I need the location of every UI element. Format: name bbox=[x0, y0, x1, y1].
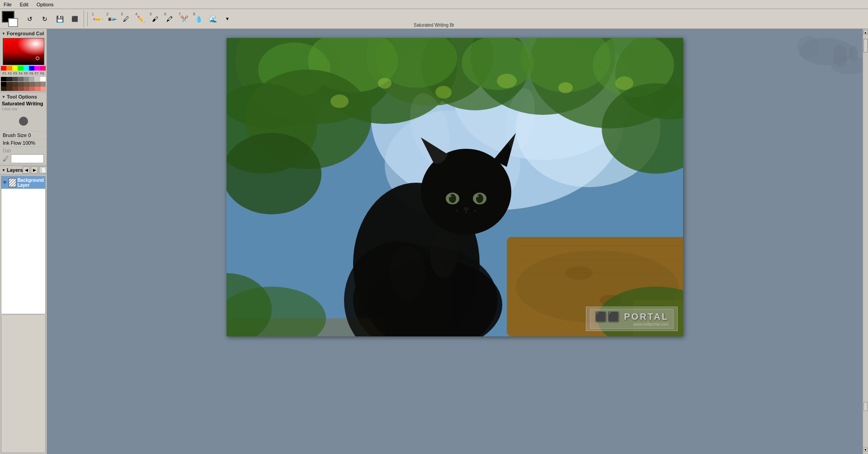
svg-point-30 bbox=[435, 86, 452, 99]
svg-point-4 bbox=[849, 46, 858, 62]
brush-preset-7[interactable]: 7 ✂️ bbox=[177, 10, 191, 28]
layers-new-btn[interactable]: 📄 bbox=[39, 166, 47, 174]
svg-point-44 bbox=[476, 195, 479, 197]
color-cyan[interactable] bbox=[24, 66, 29, 71]
brush-preview-circle bbox=[19, 117, 28, 126]
brush-preset-6[interactable]: 6 🖍 bbox=[162, 10, 177, 28]
brush-preset-1[interactable]: 1 ✏️ bbox=[90, 10, 104, 28]
color-red[interactable] bbox=[1, 66, 6, 71]
foreground-color-header[interactable]: ▼ Foreground Col bbox=[1, 30, 46, 37]
svg-point-54 bbox=[566, 266, 593, 280]
watermark: ⬛⬛ PORTAL www.softportal.com bbox=[586, 307, 678, 331]
pal-5[interactable] bbox=[29, 82, 34, 86]
background-color-swatch[interactable] bbox=[8, 18, 18, 27]
tool-options-header[interactable]: ▼ Tool Options bbox=[1, 93, 46, 100]
layer-thumbnail bbox=[9, 178, 16, 187]
fkey-7: F7 bbox=[34, 71, 39, 76]
brush-preset-5[interactable]: 5 🖌 bbox=[148, 10, 162, 28]
pal-10[interactable] bbox=[12, 86, 18, 91]
svg-point-33 bbox=[615, 76, 633, 90]
scroll-thumb-v[interactable] bbox=[863, 39, 868, 52]
svg-point-29 bbox=[378, 78, 392, 89]
scroll-up-btn[interactable]: ▲ bbox=[863, 30, 868, 34]
layers-prev-btn[interactable]: ◀ bbox=[23, 166, 30, 174]
pal-9[interactable] bbox=[6, 86, 12, 91]
layers-title[interactable]: ▼ Layers bbox=[2, 167, 23, 173]
svg-point-47 bbox=[465, 211, 467, 213]
brush-preset-9[interactable]: 🌊 bbox=[206, 10, 220, 28]
layer-visibility-icon[interactable]: 👁 bbox=[3, 180, 7, 185]
brush-preset-2[interactable]: 2 ✒️ bbox=[104, 10, 119, 28]
gray-3[interactable] bbox=[18, 77, 23, 81]
layers-header: ▼ Layers ◀ ▶ 📄 ⚙ bbox=[0, 166, 47, 175]
brush-presets: 1 ✏️ 2 ✒️ 3 🖊 4 ✏️ 5 🖌 6 🖍 7 ✂️ 8 💧 bbox=[90, 10, 235, 28]
right-scrollbar[interactable]: ▲ ▼ bbox=[863, 29, 868, 454]
pal-13[interactable] bbox=[29, 86, 34, 91]
svg-point-46 bbox=[456, 210, 458, 212]
brush-preset-10[interactable]: ▼ bbox=[220, 10, 235, 28]
undo-button[interactable]: ↺ bbox=[23, 12, 37, 26]
color-orange[interactable] bbox=[6, 66, 12, 71]
gray-6[interactable] bbox=[34, 77, 40, 81]
svg-point-3 bbox=[833, 45, 847, 67]
pal-6[interactable] bbox=[34, 82, 40, 86]
save-button[interactable]: 💾 bbox=[52, 12, 67, 26]
pal-12[interactable] bbox=[24, 86, 29, 91]
pal-3[interactable] bbox=[18, 82, 23, 86]
svg-point-60 bbox=[430, 232, 457, 278]
brush-preset-4[interactable]: 4 ✏️ bbox=[133, 10, 148, 28]
fkey-3: F3 bbox=[13, 71, 18, 76]
gray-5[interactable] bbox=[29, 77, 34, 81]
foreground-color-section: ▼ Foreground Col F1 bbox=[0, 29, 47, 92]
brush-preview-area[interactable] bbox=[3, 112, 44, 130]
tool-options-section: ▼ Tool Options Saturated Writing Click m… bbox=[0, 92, 47, 166]
watermark-url: www.softportal.com bbox=[595, 322, 669, 326]
gray-2[interactable] bbox=[12, 77, 18, 81]
pal-15[interactable] bbox=[40, 86, 46, 91]
stop-button[interactable]: ⬛ bbox=[67, 12, 82, 26]
layers-next-btn[interactable]: ▶ bbox=[31, 166, 38, 174]
svg-point-1 bbox=[831, 56, 863, 74]
gray-7[interactable] bbox=[40, 77, 46, 81]
brush-preset-8[interactable]: 8 💧 bbox=[191, 10, 206, 28]
color-blue[interactable] bbox=[29, 66, 34, 71]
brush-preset-3[interactable]: 3 🖊 bbox=[119, 10, 133, 28]
menu-file[interactable]: File bbox=[2, 2, 14, 7]
color-magenta[interactable] bbox=[34, 66, 40, 71]
pal-11[interactable] bbox=[18, 86, 23, 91]
pal-8[interactable] bbox=[1, 86, 6, 91]
color-gradient-box[interactable] bbox=[3, 38, 44, 65]
pal-14[interactable] bbox=[34, 86, 40, 91]
pal-0[interactable] bbox=[1, 82, 6, 86]
menu-options[interactable]: Options bbox=[35, 2, 56, 7]
menu-edit[interactable]: Edit bbox=[18, 2, 30, 7]
gray-0[interactable] bbox=[1, 77, 6, 81]
pal-7[interactable] bbox=[40, 82, 46, 86]
layer-item[interactable]: 👁 Background Layer bbox=[1, 176, 45, 189]
svg-point-27 bbox=[226, 133, 321, 214]
svg-point-61 bbox=[389, 246, 425, 300]
fkey-5: F5 bbox=[24, 71, 29, 76]
layers-title-text: Layers bbox=[7, 167, 23, 173]
color-green[interactable] bbox=[18, 66, 23, 71]
canvas-area[interactable]: ⬛⬛ PORTAL www.softportal.com bbox=[47, 29, 863, 454]
fkey-6: F6 bbox=[28, 71, 34, 76]
pal-4[interactable] bbox=[24, 82, 29, 86]
pal-1[interactable] bbox=[6, 82, 12, 86]
layers-arrow: ▼ bbox=[2, 168, 5, 172]
color-yellow[interactable] bbox=[12, 66, 18, 71]
color-pink[interactable] bbox=[40, 66, 46, 71]
grayscale-row[interactable] bbox=[1, 77, 46, 81]
tool-options-arrow: ▼ bbox=[2, 95, 5, 99]
tool-name: Saturated Writing bbox=[1, 100, 46, 107]
redo-button[interactable]: ↻ bbox=[38, 12, 52, 26]
pal-2[interactable] bbox=[12, 82, 18, 86]
svg-point-32 bbox=[558, 82, 573, 93]
dab-icon[interactable]: 🖊 bbox=[3, 155, 9, 162]
gray-1[interactable] bbox=[6, 77, 12, 81]
color-ramp[interactable] bbox=[1, 66, 46, 71]
click-me-label: Click me bbox=[1, 107, 46, 111]
gray-4[interactable] bbox=[24, 77, 29, 81]
svg-point-43 bbox=[449, 195, 452, 197]
fkey-row: F1 F2 F3 F4 F5 F6 F7 F8 bbox=[1, 71, 46, 76]
